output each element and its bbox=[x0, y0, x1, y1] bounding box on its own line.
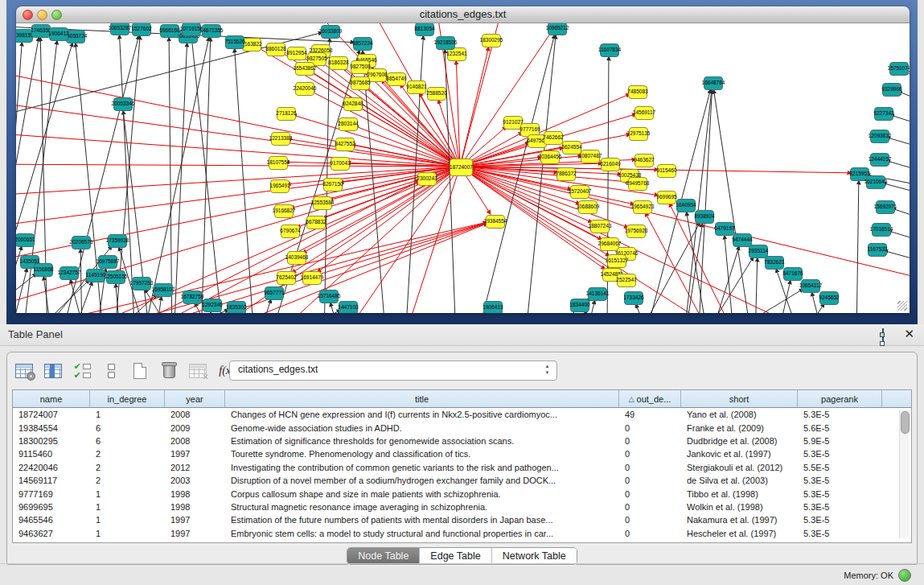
graph-node[interactable]: 8938924 bbox=[695, 210, 714, 224]
graph-node[interactable]: 12444157 bbox=[870, 153, 889, 167]
graph-node[interactable]: 3624554 bbox=[562, 141, 581, 154]
graph-node[interactable]: 16914479 bbox=[302, 271, 322, 285]
delete-table-button[interactable]: ✕ bbox=[187, 360, 208, 381]
cell-year[interactable]: 2008 bbox=[165, 410, 225, 419]
graph-node[interactable]: 11607834 bbox=[600, 43, 619, 57]
network-window[interactable]: citations_edges.txt 18724007230024371638… bbox=[16, 6, 910, 313]
graph-node[interactable]: 1145190 bbox=[86, 269, 105, 282]
graph-node[interactable]: 19218506 bbox=[436, 36, 455, 50]
graph-node[interactable]: 9227343 bbox=[874, 107, 893, 121]
graph-node[interactable]: 8267150 bbox=[323, 178, 343, 192]
cell-out_de[interactable]: 0 bbox=[619, 436, 681, 446]
cell-name[interactable]: 18300295 bbox=[13, 436, 90, 446]
new-column-button[interactable] bbox=[129, 360, 150, 381]
cell-pagerank[interactable]: 5.3E-5 bbox=[798, 489, 882, 499]
graph-node[interactable]: 7462662 bbox=[544, 131, 563, 145]
cell-name[interactable]: 14569117 bbox=[13, 476, 90, 485]
table-vertical-scrollbar[interactable] bbox=[899, 410, 910, 538]
delete-column-button[interactable] bbox=[158, 360, 179, 381]
graph-node[interactable]: 1965491 bbox=[270, 179, 290, 193]
graph-node[interactable]: 10965212 bbox=[548, 23, 567, 35]
graph-node[interactable]: 6966160 bbox=[160, 24, 179, 38]
cell-title[interactable]: Investigating the contribution of common… bbox=[225, 463, 619, 472]
graph-node[interactable]: 10653287 bbox=[110, 23, 129, 35]
graph-node[interactable]: 7625402 bbox=[277, 271, 296, 285]
graph-node[interactable]: 6216049 bbox=[601, 158, 620, 171]
graph-node[interactable]: 10654112 bbox=[801, 279, 820, 293]
close-panel-icon[interactable]: ✕ bbox=[904, 327, 914, 341]
cell-pagerank[interactable]: 5.3E-5 bbox=[798, 476, 882, 485]
cell-out_de[interactable]: 0 bbox=[619, 423, 681, 433]
window-titlebar[interactable]: citations_edges.txt bbox=[16, 6, 910, 23]
cell-pagerank[interactable]: 5.3E-5 bbox=[798, 410, 882, 419]
float-panel-icon[interactable] bbox=[882, 329, 893, 340]
cell-year[interactable]: 2003 bbox=[165, 476, 225, 485]
table-row[interactable]: 1456911722003Disruption of a novel membe… bbox=[13, 474, 911, 487]
graph-node[interactable]: 7886372 bbox=[556, 167, 576, 181]
graph-node[interactable]: 8186328 bbox=[329, 56, 348, 70]
graph-node[interactable]: 12213383 bbox=[271, 132, 290, 146]
cell-short[interactable]: Stergiakouli et al. (2012) bbox=[681, 463, 798, 472]
graph-node[interactable]: 15720407 bbox=[570, 185, 589, 199]
tab-edge-table[interactable]: Edge Table bbox=[420, 548, 491, 564]
cell-title[interactable]: Disruption of a novel member of a sodium… bbox=[225, 476, 619, 485]
graph-node[interactable]: 15716485 bbox=[319, 290, 339, 303]
cell-short[interactable]: Wolkin et al. (1998) bbox=[681, 502, 798, 512]
cell-in_degree[interactable]: 1 bbox=[90, 529, 165, 538]
cell-year[interactable]: 2008 bbox=[165, 436, 225, 446]
graph-node[interactable]: 12975135 bbox=[629, 127, 648, 141]
graph-node[interactable]: 17359938 bbox=[108, 234, 127, 248]
graph-node[interactable]: 19166827 bbox=[274, 204, 294, 218]
cell-name[interactable]: 18724007 bbox=[13, 410, 90, 419]
graph-node[interactable]: 20053346 bbox=[113, 97, 133, 111]
cell-in_degree[interactable]: 6 bbox=[90, 436, 165, 446]
cell-title[interactable]: Corpus callosum shape and size in male p… bbox=[225, 489, 619, 499]
cell-name[interactable]: 9463627 bbox=[13, 529, 90, 538]
cell-year[interactable]: 1997 bbox=[165, 449, 225, 459]
cell-name[interactable]: 9699695 bbox=[13, 502, 90, 512]
graph-node[interactable]: 2718126 bbox=[277, 107, 296, 121]
cell-short[interactable]: Franke et al. (2009) bbox=[681, 423, 798, 433]
cell-short[interactable]: Nakamura et al. (1997) bbox=[681, 515, 798, 525]
graph-node[interactable]: 8912954 bbox=[287, 47, 306, 60]
graph-node[interactable]: 10719155 bbox=[182, 23, 201, 36]
graph-node[interactable]: 8471676 bbox=[783, 267, 803, 281]
graph-node[interactable]: 7485083 bbox=[628, 85, 647, 99]
graph-node[interactable]: 18724007 bbox=[450, 159, 473, 176]
graph-node[interactable]: 8813054 bbox=[415, 23, 434, 36]
graph-node[interactable]: 1156868 bbox=[34, 263, 53, 277]
row-height-button[interactable] bbox=[101, 360, 121, 381]
graph-node[interactable]: 2060651 bbox=[16, 233, 35, 247]
cell-out_de[interactable]: 0 bbox=[619, 449, 681, 459]
cell-pagerank[interactable]: 5.3E-5 bbox=[798, 529, 882, 538]
graph-node[interactable]: 1527602 bbox=[132, 23, 151, 36]
graph-node[interactable]: 12553584 bbox=[313, 196, 332, 210]
cell-name[interactable]: 9115460 bbox=[13, 449, 90, 459]
cell-name[interactable]: 9777169 bbox=[13, 489, 90, 499]
cell-in_degree[interactable]: 1 bbox=[90, 410, 165, 419]
graph-node[interactable]: 9146821 bbox=[407, 80, 426, 94]
cell-title[interactable]: Estimation of significance thresholds fo… bbox=[225, 436, 619, 446]
graph-node[interactable]: 18107554 bbox=[269, 156, 288, 170]
cell-title[interactable]: Embryonic stem cells: a model to study s… bbox=[225, 529, 619, 538]
show-columns-button[interactable] bbox=[43, 360, 64, 381]
graph-node[interactable]: 8860128 bbox=[266, 43, 285, 56]
cell-year[interactable]: 1998 bbox=[165, 489, 225, 499]
cell-in_degree[interactable]: 1 bbox=[90, 515, 165, 525]
cell-out_de[interactable]: 0 bbox=[619, 489, 681, 499]
graph-node[interactable]: 16782759 bbox=[183, 290, 202, 304]
cell-title[interactable]: Changes of HCN gene expression and I(f) … bbox=[225, 410, 619, 419]
graph-node[interactable]: 12093832 bbox=[870, 130, 889, 143]
graph-node[interactable]: 9875685 bbox=[351, 76, 370, 90]
graph-node[interactable]: 1906412 bbox=[49, 27, 68, 41]
cell-in_degree[interactable]: 1 bbox=[90, 489, 165, 499]
cell-in_degree[interactable]: 2 bbox=[90, 476, 165, 485]
graph-node[interactable]: 1835302 bbox=[227, 301, 246, 314]
graph-node[interactable]: 1447103 bbox=[339, 301, 358, 314]
cell-out_de[interactable]: 0 bbox=[619, 502, 681, 512]
cell-short[interactable]: Tibbo et al. (1998) bbox=[681, 489, 798, 499]
cell-out_de[interactable]: 0 bbox=[619, 476, 681, 485]
graph-node[interactable]: 20364456 bbox=[540, 150, 560, 164]
column-header-name[interactable]: name bbox=[13, 390, 90, 407]
graph-node[interactable]: 17016514 bbox=[872, 223, 891, 237]
